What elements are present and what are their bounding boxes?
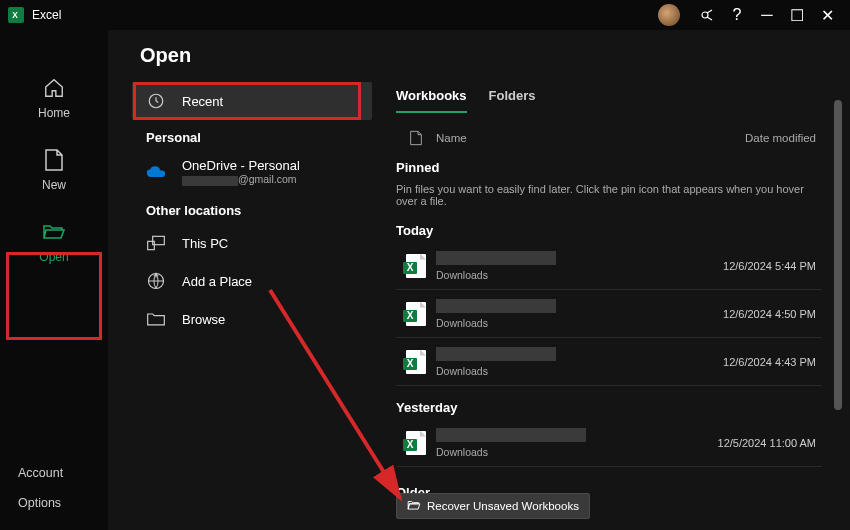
- source-browse[interactable]: Browse: [132, 300, 372, 338]
- xlsx-icon: X: [396, 302, 436, 326]
- source-onedrive-sub: @gmail.com: [182, 173, 300, 185]
- source-addplace-label: Add a Place: [182, 274, 252, 289]
- recover-unsaved-label: Recover Unsaved Workbooks: [427, 500, 579, 512]
- thispc-icon: [146, 233, 166, 253]
- pinned-hint: Pin files you want to easily find later.…: [396, 179, 822, 219]
- nav-options[interactable]: Options: [0, 488, 108, 518]
- tab-workbooks[interactable]: Workbooks: [396, 88, 467, 113]
- personal-section-label: Personal: [132, 120, 372, 151]
- ribbon-mode-icon[interactable]: [692, 1, 722, 29]
- file-date: 12/6/2024 4:43 PM: [682, 356, 822, 368]
- file-path: Downloads: [436, 446, 682, 458]
- files-panel: Workbooks Folders Name Date modified Pin…: [396, 88, 822, 530]
- home-icon: [42, 76, 66, 100]
- file-row[interactable]: X Downloads 12/5/2024 11:00 AM: [396, 419, 822, 467]
- group-yesterday: Yesterday: [396, 396, 822, 419]
- file-date: 12/5/2024 11:00 AM: [682, 437, 822, 449]
- nav-open-label: Open: [39, 250, 68, 264]
- source-browse-label: Browse: [182, 312, 225, 327]
- file-row[interactable]: X Downloads 12/6/2024 4:50 PM: [396, 290, 822, 338]
- file-row[interactable]: X Downloads 12/6/2024 5:44 PM: [396, 242, 822, 290]
- open-sources-panel: Recent Personal OneDrive - Personal @gma…: [132, 82, 372, 338]
- recover-unsaved-button[interactable]: Recover Unsaved Workbooks: [396, 493, 590, 519]
- tabs: Workbooks Folders: [396, 88, 822, 114]
- xlsx-icon: X: [396, 431, 436, 455]
- page-title: Open: [108, 30, 850, 81]
- content-area: Open Recent Personal OneDrive - Personal…: [108, 30, 850, 530]
- excel-app-icon: X: [8, 7, 24, 23]
- date-column-header[interactable]: Date modified: [682, 132, 822, 144]
- nav-sidebar: Home New Open Account Options: [0, 30, 108, 530]
- file-date: 12/6/2024 5:44 PM: [682, 260, 822, 272]
- nav-account[interactable]: Account: [0, 458, 108, 488]
- tab-folders[interactable]: Folders: [489, 88, 536, 113]
- file-name-redacted: [436, 299, 556, 313]
- group-today: Today: [396, 219, 822, 242]
- nav-new[interactable]: New: [0, 134, 108, 206]
- app-title: Excel: [32, 8, 61, 22]
- svg-rect-5: [148, 241, 155, 249]
- folder-icon: [146, 309, 166, 329]
- scrollbar[interactable]: [834, 100, 842, 410]
- list-header: Name Date modified: [396, 124, 822, 156]
- minimize-button[interactable]: ─: [752, 1, 782, 29]
- user-avatar[interactable]: [658, 4, 680, 26]
- folder-open-icon: [407, 499, 421, 513]
- help-button[interactable]: ?: [722, 1, 752, 29]
- source-onedrive[interactable]: OneDrive - Personal @gmail.com: [132, 151, 372, 193]
- file-name-redacted: [436, 347, 556, 361]
- open-folder-icon: [42, 220, 66, 244]
- source-recent-label: Recent: [182, 94, 223, 109]
- source-onedrive-label: OneDrive - Personal: [182, 158, 300, 173]
- file-name-redacted: [436, 251, 556, 265]
- source-recent[interactable]: Recent: [132, 82, 372, 120]
- add-place-icon: [146, 271, 166, 291]
- name-column-header[interactable]: Name: [436, 132, 682, 144]
- xlsx-icon: X: [396, 350, 436, 374]
- file-path: Downloads: [436, 317, 682, 329]
- clock-icon: [146, 91, 166, 111]
- title-bar: X Excel ? ─ ☐ ✕: [0, 0, 850, 30]
- close-button[interactable]: ✕: [812, 1, 842, 29]
- nav-open[interactable]: Open: [0, 206, 108, 278]
- new-file-icon: [42, 148, 66, 172]
- file-path: Downloads: [436, 269, 682, 281]
- other-locations-label: Other locations: [132, 193, 372, 224]
- nav-home[interactable]: Home: [0, 62, 108, 134]
- cloud-icon: [146, 162, 166, 182]
- file-icon-header: [396, 130, 436, 146]
- xlsx-icon: X: [396, 254, 436, 278]
- svg-text:X: X: [12, 11, 18, 20]
- source-addplace[interactable]: Add a Place: [132, 262, 372, 300]
- nav-home-label: Home: [38, 106, 70, 120]
- file-row[interactable]: X Downloads 12/6/2024 4:43 PM: [396, 338, 822, 386]
- group-pinned: Pinned: [396, 156, 822, 179]
- file-date: 12/6/2024 4:50 PM: [682, 308, 822, 320]
- nav-new-label: New: [42, 178, 66, 192]
- source-thispc-label: This PC: [182, 236, 228, 251]
- file-path: Downloads: [436, 365, 682, 377]
- source-thispc[interactable]: This PC: [132, 224, 372, 262]
- maximize-button[interactable]: ☐: [782, 1, 812, 29]
- file-name-redacted: [436, 428, 586, 442]
